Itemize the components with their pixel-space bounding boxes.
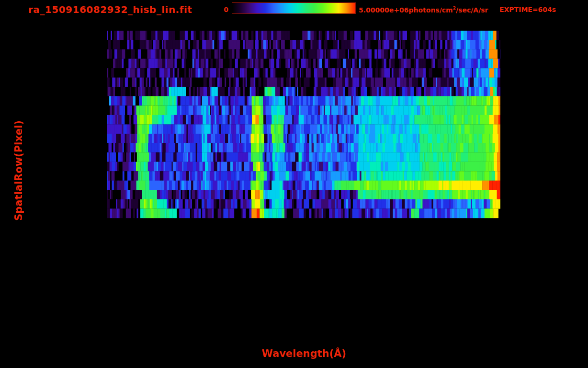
colorbar-min-label: 0 <box>0 6 228 13</box>
flux-unit-suffix: /sec/A/sr <box>456 6 488 14</box>
flux-unit-prefix: 5.00000e+06photons/cm <box>359 6 453 14</box>
spectral-heatmap <box>107 31 500 321</box>
exptime-label: EXPTIME=604s <box>499 6 556 13</box>
spectral-image-viewer: ra_150916082932_hisb_lin.fit 0 5.00000e+… <box>0 0 588 368</box>
y-axis-title: SpatialRow(Pixel) <box>13 120 24 221</box>
x-axis-title: Wavelength(Å) <box>262 348 346 359</box>
colorbar <box>232 2 356 14</box>
colorbar-max-label: 5.00000e+06photons/cm2/sec/A/sr <box>359 6 488 14</box>
